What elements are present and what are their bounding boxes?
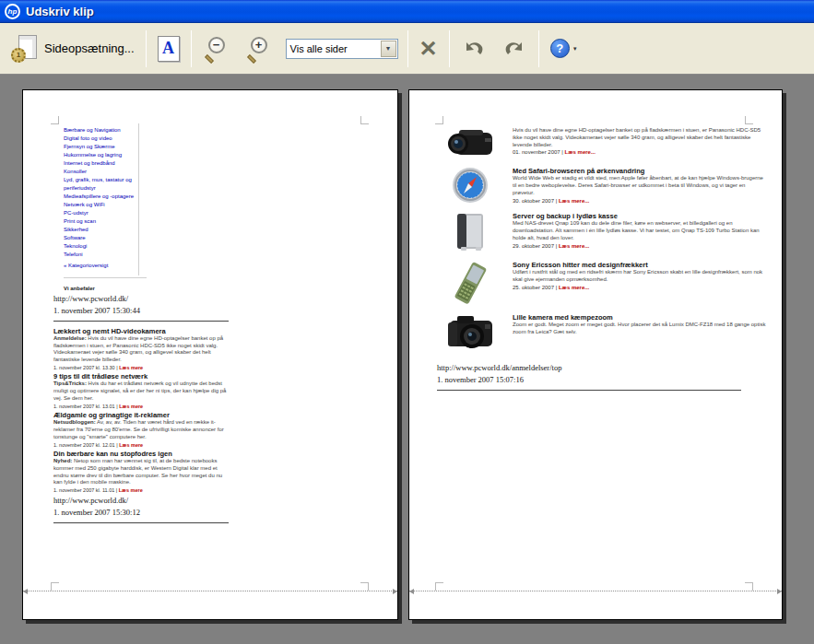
news-headline[interactable]: Lille kamera med kæmpezoom bbox=[513, 313, 766, 322]
read-more-link[interactable]: Læs mere... bbox=[559, 243, 589, 249]
help-button[interactable]: ? ▼ bbox=[543, 29, 589, 69]
read-more-link[interactable]: Læs mere... bbox=[559, 198, 589, 204]
redo-icon bbox=[501, 38, 527, 60]
category-link[interactable]: Sikkerhed bbox=[64, 226, 135, 234]
view-pages-dropdown[interactable]: Vis alle sider ▼ bbox=[286, 39, 398, 59]
category-link[interactable]: Print og scan bbox=[64, 217, 135, 226]
read-more-link[interactable]: Læs mere bbox=[119, 365, 143, 370]
hp-logo-icon: hp bbox=[5, 4, 20, 19]
news-item: Sony Ericsson hitter med designfrækkert … bbox=[437, 261, 760, 305]
undo-icon bbox=[461, 38, 487, 60]
news-item: Med Safari-browseren på ørkenvandring Wo… bbox=[437, 167, 760, 204]
news-headline[interactable]: Med Safari-browseren på ørkenvandring bbox=[513, 167, 766, 175]
page-setup-button[interactable]: 1 Sideopsætning... bbox=[4, 29, 142, 69]
mobile-phone-image bbox=[437, 261, 503, 305]
page-break-arrow bbox=[23, 589, 28, 594]
article-headline[interactable]: Lækkert og nemt HD-videokamera bbox=[53, 327, 229, 335]
preview-page-1[interactable]: Bærbare og Navigation Digital foto og vi… bbox=[22, 89, 398, 620]
article-headline[interactable]: Ældgamle og grinagtige it-reklamer bbox=[53, 411, 229, 419]
clip-timestamp: 1. november 2007 15:07:16 bbox=[437, 374, 760, 386]
toolbar-separator bbox=[191, 30, 192, 67]
article-headline[interactable]: 9 tips til dit trådløse netværk bbox=[53, 372, 229, 381]
crop-mark bbox=[51, 582, 59, 591]
news-body: Med NAS-drevet Qnap 109 kan du dele dine… bbox=[513, 220, 766, 241]
article-lead: Tips&Tricks: bbox=[53, 381, 87, 386]
delete-button[interactable]: ✕ bbox=[412, 29, 445, 69]
article: Ældgamle og grinagtige it-reklamer Netsu… bbox=[53, 411, 229, 448]
category-link[interactable]: Telefoni bbox=[64, 251, 135, 259]
article-lead: Nyhed: bbox=[53, 458, 72, 463]
category-link[interactable]: Lyd, grafik, mus, tastatur og periferiud… bbox=[64, 176, 135, 193]
chevron-down-icon[interactable]: ▼ bbox=[381, 41, 396, 57]
page-break-arrow bbox=[409, 589, 414, 594]
font-button[interactable]: A bbox=[150, 29, 187, 69]
category-link[interactable]: Digital foto og video bbox=[64, 135, 135, 143]
news-headline[interactable]: Sony Ericsson hitter med designfrækkert bbox=[513, 261, 766, 269]
print-clip-window: hp Udskriv klip 1 Sideopsætning... A − + bbox=[0, 0, 814, 644]
divider bbox=[64, 275, 147, 278]
preview-area: Bærbare og Navigation Digital foto og vi… bbox=[0, 75, 814, 644]
zoom-in-button[interactable]: + bbox=[238, 29, 280, 69]
category-link[interactable]: Software bbox=[64, 234, 135, 242]
category-link[interactable]: Hukommelse og lagring bbox=[64, 151, 135, 159]
news-item: Hvis du vil have dine egne HD-optagelser… bbox=[437, 127, 760, 158]
toolbar-separator bbox=[146, 30, 147, 67]
safari-compass-image bbox=[437, 167, 503, 204]
category-link[interactable]: Netværk og WiFi bbox=[64, 201, 135, 209]
source-url: http://www.pcworld.dk/ bbox=[53, 293, 369, 305]
crop-mark bbox=[435, 582, 443, 591]
camera-image bbox=[437, 313, 503, 354]
news-date: 25. oktober 2007 | Læs mere... bbox=[513, 285, 766, 290]
article-date: 1. november 2007 kl. 11.01 | Læs mere bbox=[53, 487, 229, 493]
article-body: Anmeldelse: Hvis du vil have dine egne H… bbox=[53, 335, 229, 364]
read-more-link[interactable]: Læs mere bbox=[119, 487, 143, 493]
source-url: http://www.pcworld.dk/ bbox=[53, 495, 369, 507]
article-body: Tips&Tricks: Hvis du har et trådløst net… bbox=[53, 381, 229, 402]
article-body: Nyhed: Netop som man har vænnet sig til,… bbox=[53, 458, 229, 486]
page-break-arrow bbox=[393, 589, 397, 594]
read-more-link[interactable]: Læs mere... bbox=[565, 149, 596, 155]
chevron-down-icon: ▼ bbox=[572, 46, 578, 52]
crop-mark bbox=[360, 582, 369, 591]
news-headline[interactable]: Server og backup i lydløs kasse bbox=[513, 212, 766, 220]
font-icon: A bbox=[158, 36, 180, 62]
window-title: Udskriv klip bbox=[26, 5, 94, 18]
toolbar-separator bbox=[538, 30, 539, 67]
category-link-list: Bærbare og Navigation Digital foto og vi… bbox=[64, 123, 139, 275]
divider bbox=[53, 522, 229, 523]
zoom-in-icon: + bbox=[245, 35, 273, 63]
article: Lækkert og nemt HD-videokamera Anmeldels… bbox=[53, 327, 229, 371]
page2-content: Hvis du vil have dine egne HD-optagelser… bbox=[437, 127, 760, 396]
read-more-link[interactable]: Læs mere... bbox=[559, 285, 589, 290]
category-link[interactable]: Medieafspillere og -optagere bbox=[64, 193, 135, 201]
news-date: 30. oktober 2007 | Læs mere... bbox=[513, 198, 766, 204]
read-more-link[interactable]: Læs mere bbox=[119, 404, 143, 409]
category-link[interactable]: Konsoller bbox=[64, 168, 135, 176]
toolbar-separator bbox=[449, 30, 450, 67]
news-item: Lille kamera med kæmpezoom Zoom er godt.… bbox=[437, 313, 760, 354]
news-body: Hvis du vil have dine egne HD-optagelser… bbox=[513, 127, 766, 148]
page-break-arrow bbox=[777, 589, 782, 594]
category-link[interactable]: Internet og bredbånd bbox=[64, 159, 135, 168]
divider bbox=[53, 321, 229, 322]
divider bbox=[437, 390, 741, 391]
news-body: Zoom er godt. Meget zoom er meget godt. … bbox=[513, 322, 766, 336]
preview-page-2[interactable]: Hvis du vil have dine egne HD-optagelser… bbox=[408, 89, 783, 620]
title-bar[interactable]: hp Udskriv klip bbox=[0, 0, 814, 23]
undo-button[interactable] bbox=[454, 29, 494, 69]
article-headline[interactable]: Din bærbare kan nu stopfodres igen bbox=[53, 450, 229, 458]
recommend-label: Vi anbefaler bbox=[64, 286, 369, 291]
toolbar-separator bbox=[407, 30, 408, 67]
crop-mark bbox=[745, 116, 753, 124]
category-link[interactable]: PC-udstyr bbox=[64, 209, 135, 217]
news-date: 01. november 2007 | Læs mere... bbox=[513, 149, 766, 155]
category-link[interactable]: Fjernsyn og Skærme bbox=[64, 143, 135, 151]
source-url: http://www.pcworld.dk/anmeldelser/top bbox=[437, 362, 760, 374]
news-body: World Wide Web er stadig et vildt sted, … bbox=[513, 175, 766, 196]
category-link[interactable]: Teknologi bbox=[64, 242, 135, 251]
zoom-out-button[interactable]: − bbox=[195, 29, 238, 69]
category-link[interactable]: Bærbare og Navigation bbox=[64, 126, 135, 135]
redo-button[interactable] bbox=[494, 29, 535, 69]
category-overview-link[interactable]: « Kategorioversigt bbox=[64, 262, 135, 270]
read-more-link[interactable]: Læs mere bbox=[119, 442, 143, 448]
